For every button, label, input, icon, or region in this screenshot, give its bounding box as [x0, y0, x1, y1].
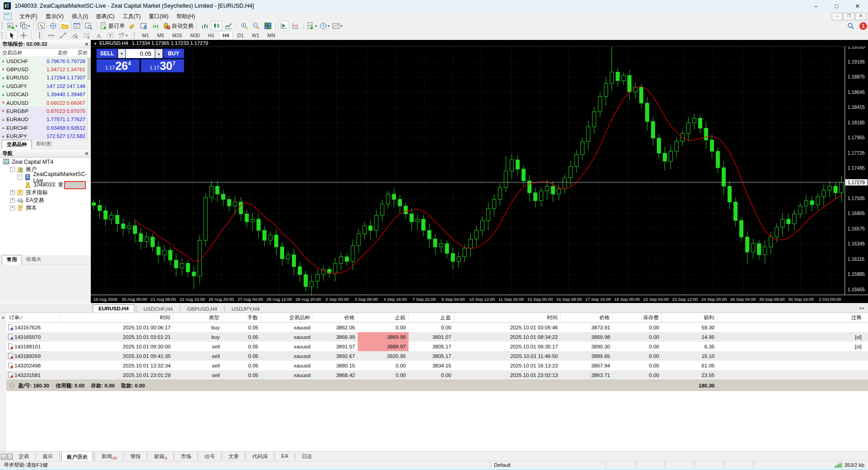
- navigator-item-6[interactable]: +脚本: [0, 204, 91, 212]
- market-watch-scrollbar[interactable]: [87, 57, 91, 140]
- tile-windows-button[interactable]: [262, 21, 273, 31]
- templates-button[interactable]: ▾: [331, 21, 343, 31]
- strategy-tester-button[interactable]: [83, 21, 94, 31]
- chart-shift-button[interactable]: [290, 21, 301, 31]
- orders-column-profit[interactable]: 获利: [662, 313, 717, 322]
- market-watch-row-eurchf[interactable]: ▲EURCHF0.934580.93512: [0, 124, 91, 132]
- chart-window[interactable]: 1.193351.191051.188751.186451.184151.181…: [91, 40, 868, 303]
- expand-icon[interactable]: +: [10, 190, 15, 195]
- market-watch-tab-即时图[interactable]: 即时图: [32, 140, 56, 148]
- orders-column-close-time[interactable]: 时间: [454, 313, 561, 322]
- chevron-down-icon[interactable]: ▾: [15, 24, 17, 28]
- channel-button[interactable]: E: [69, 30, 80, 40]
- market-watch-row-audusd[interactable]: ▼AUDUSD0.660220.66067: [0, 99, 91, 107]
- timeframe-h4-button[interactable]: H4: [219, 31, 232, 40]
- auto-scroll-button[interactable]: [278, 21, 289, 31]
- menu-item-1[interactable]: 显示(V): [41, 12, 68, 21]
- chart-collapse-icon[interactable]: ▲: [94, 41, 97, 45]
- expert-advisor-button[interactable]: [138, 21, 149, 31]
- market-watch-row-usdchf[interactable]: ▲USDCHF0.796760.79739: [0, 57, 91, 65]
- candlestick-button[interactable]: [211, 21, 222, 31]
- terminal-tab-1-展示[interactable]: 展示: [38, 452, 58, 461]
- orders-column-ticket[interactable]: 订单 ∕: [6, 313, 60, 322]
- market-watch-button[interactable]: [36, 21, 47, 31]
- mdi-restore-button[interactable]: ❐: [843, 13, 854, 20]
- signals-button[interactable]: [150, 21, 161, 31]
- orders-column-symbol[interactable]: 交易品种: [261, 313, 313, 322]
- cursor-button[interactable]: [6, 30, 17, 40]
- market-watch-row-usdjpy[interactable]: ▲USDJPY147.102147.148: [0, 82, 91, 90]
- market-watch-row-eurjpy[interactable]: ▲EURJPY172.527172.582: [0, 132, 91, 140]
- collapse-icon[interactable]: -: [10, 167, 15, 172]
- terminal-tab-9-代码库[interactable]: 代码库: [247, 452, 273, 461]
- navigator-tab-常用[interactable]: 常用: [2, 255, 22, 264]
- search-button[interactable]: [845, 21, 856, 31]
- new-chart-button[interactable]: ▾: [6, 21, 18, 31]
- fibonacci-button[interactable]: F: [81, 30, 92, 40]
- menu-item-3[interactable]: 图表(C): [92, 12, 119, 21]
- column-ask[interactable]: 买价: [68, 49, 89, 56]
- profiles-button[interactable]: ▾: [19, 21, 31, 31]
- ask-price-tile[interactable]: 1.17 30 7: [141, 59, 184, 73]
- orders-column-close-price[interactable]: 价格: [561, 313, 613, 322]
- orders-column-tp[interactable]: 止盈: [409, 313, 454, 322]
- vline-button[interactable]: [34, 30, 45, 40]
- menu-item-0[interactable]: 文件(F): [15, 12, 41, 21]
- toolbar-grip[interactable]: [1, 32, 4, 39]
- terminal-tab-3-新闻[interactable]: 新闻99: [97, 452, 122, 462]
- volume-decrease-button[interactable]: ▼: [118, 49, 125, 59]
- order-row-143157626[interactable]: 1431576262025.10.01 00:06:17buy0.05xauus…: [6, 323, 868, 332]
- metaeditor-button[interactable]: [127, 21, 138, 31]
- expand-icon[interactable]: +: [10, 198, 15, 203]
- orders-column-type[interactable]: 类型: [173, 313, 222, 322]
- menu-item-4[interactable]: 工具(T): [118, 12, 144, 21]
- toolbar-grip[interactable]: [133, 32, 136, 39]
- navigator-close-icon[interactable]: ✕: [85, 151, 89, 156]
- orders-column-open-time[interactable]: 时间: [60, 313, 173, 322]
- volume-increase-button[interactable]: ▲: [155, 49, 163, 59]
- market-watch-row-gbpusd[interactable]: ▼GBPUSD1.347121.34761: [0, 65, 91, 73]
- close-button[interactable]: ✕: [847, 0, 868, 12]
- line-chart-button[interactable]: [223, 21, 234, 31]
- terminal-tab-8-文章[interactable]: 文章: [223, 452, 244, 461]
- timeframe-m30-button[interactable]: M30: [187, 31, 203, 40]
- navigator-item-4[interactable]: +f技术指标: [0, 189, 91, 196]
- chevron-down-icon[interactable]: ▾: [28, 24, 30, 28]
- mdi-minimize-button[interactable]: –: [832, 13, 843, 20]
- market-watch-row-eurusd[interactable]: ▲EURUSD1.172641.17307: [0, 74, 91, 82]
- expand-icon[interactable]: +: [10, 206, 15, 211]
- menu-item-5[interactable]: 窗口(W): [145, 12, 173, 21]
- orders-column-comment[interactable]: 注释: [717, 313, 868, 322]
- chart-tab-eurusd-h4[interactable]: EURUSD,H4: [93, 304, 134, 313]
- orders-column-swap[interactable]: 库存费: [613, 313, 662, 322]
- order-row-143189269[interactable]: 1431892692025.10.01 09:41:35sell0.05xauu…: [6, 351, 868, 361]
- text-button[interactable]: A: [93, 30, 104, 40]
- chevron-down-icon[interactable]: ▾: [126, 34, 128, 38]
- crosshair-button[interactable]: [18, 30, 29, 40]
- new-order-button[interactable]: 新订单: [99, 21, 126, 31]
- market-watch-row-eurgbp[interactable]: ▼EURGBP0.870230.87075: [0, 107, 91, 115]
- mdi-close-button[interactable]: ✕: [855, 13, 866, 20]
- navigator-button[interactable]: [59, 21, 70, 31]
- terminal-tab-4-警报[interactable]: 警报: [125, 452, 146, 461]
- timeframe-d1-button[interactable]: D1: [234, 31, 247, 40]
- orders-column-sl[interactable]: 止损: [358, 313, 409, 322]
- chevron-down-icon[interactable]: ▾: [328, 24, 330, 28]
- order-row-143188101[interactable]: 1431881012025.10.01 09:30:00sell0.05xauu…: [6, 342, 868, 351]
- label-button[interactable]: T: [105, 30, 116, 40]
- volume-input[interactable]: 0.05: [126, 49, 155, 59]
- market-watch-close-icon[interactable]: ✕: [85, 42, 89, 47]
- shapes-button[interactable]: ▾: [117, 30, 128, 40]
- menu-item-6[interactable]: 帮助(H): [173, 12, 199, 21]
- periods-button[interactable]: ▾: [319, 21, 330, 31]
- navigator-tab-收藏夹[interactable]: 收藏夹: [22, 255, 46, 264]
- market-watch-row-euraud[interactable]: ▲EURAUD1.775711.77627: [0, 116, 91, 124]
- navigator-item-2[interactable]: -ZealCapitalMarketSC-Live: [0, 173, 91, 181]
- timeframe-w1-button[interactable]: W1: [248, 31, 263, 40]
- terminal-tab-6-市场[interactable]: 市场: [176, 452, 196, 461]
- timeframe-m15-button[interactable]: M15: [169, 31, 186, 40]
- terminal-grip[interactable]: [0, 452, 14, 461]
- notification-badge[interactable]: 1: [859, 22, 867, 30]
- chart-tab-gbpusd-h4[interactable]: GBPUSD,H4: [182, 305, 222, 313]
- zoom-in-button[interactable]: [239, 21, 250, 31]
